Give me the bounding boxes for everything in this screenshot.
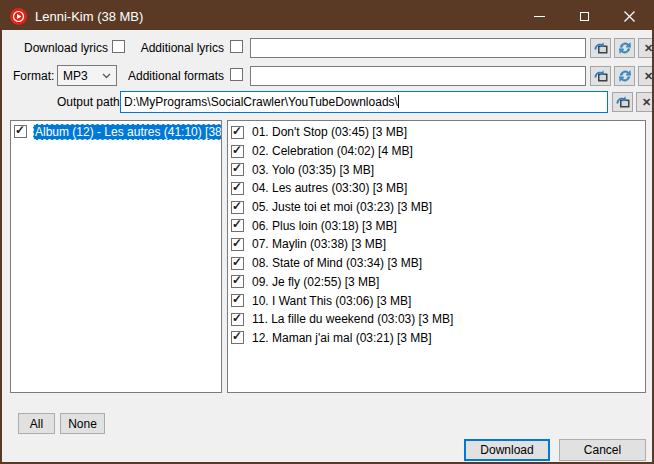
youtube-music-icon — [10, 8, 27, 25]
track-list-item[interactable]: 07. Maylin (03:38) [3 MB] — [228, 235, 645, 254]
track-list-item[interactable]: 04. Les autres (03:30) [3 MB] — [228, 179, 645, 198]
track-label: 05. Juste toi et moi (03:23) [3 MB] — [250, 199, 434, 215]
clear-x-icon: ✕ — [644, 43, 653, 54]
folder-import-icon — [615, 94, 631, 110]
album-list-item[interactable]: Album (12) - Les autres (41:10) [38 MB] — [11, 121, 221, 140]
output-path-value: D:\MyPrograms\SocialCrawler\YouTubeDownl… — [124, 95, 398, 109]
track-list-item[interactable]: 11. La fille du weekend (03:03) [3 MB] — [228, 310, 645, 329]
track-label: 02. Celebration (04:02) [4 MB] — [250, 143, 415, 159]
album-list-panel: Album (12) - Les autres (41:10) [38 MB] — [10, 120, 222, 393]
format-value: MP3 — [63, 69, 88, 83]
window-title: Lenni-Kim (38 MB) — [35, 9, 517, 24]
select-none-button[interactable]: None — [60, 413, 105, 434]
cancel-button[interactable]: Cancel — [559, 439, 646, 461]
track-list-item[interactable]: 08. State of Mind (03:34) [3 MB] — [228, 254, 645, 273]
title-bar: Lenni-Kim (38 MB) — [2, 2, 652, 30]
track-checkbox[interactable] — [231, 313, 244, 326]
album-checkbox[interactable] — [14, 125, 27, 138]
close-button[interactable] — [607, 2, 652, 30]
additional-lyrics-clear-button[interactable]: ✕ — [638, 38, 654, 58]
track-label: 08. State of Mind (03:34) [3 MB] — [250, 255, 424, 271]
download-button[interactable]: Download — [464, 439, 550, 461]
track-label: 11. La fille du weekend (03:03) [3 MB] — [250, 311, 455, 327]
download-lyrics-checkbox[interactable] — [112, 40, 125, 53]
track-checkbox[interactable] — [231, 257, 244, 270]
track-list-item[interactable]: 09. Je fly (02:55) [3 MB] — [228, 273, 645, 292]
track-label: 07. Maylin (03:38) [3 MB] — [250, 236, 388, 252]
additional-formats-clear-button[interactable]: ✕ — [638, 66, 654, 86]
track-checkbox[interactable] — [231, 201, 244, 214]
track-label: 01. Don't Stop (03:45) [3 MB] — [250, 124, 409, 140]
track-label: 03. Yolo (03:35) [3 MB] — [250, 162, 376, 178]
additional-formats-label: Additional formats — [128, 69, 224, 83]
additional-formats-refresh-button[interactable] — [614, 66, 635, 86]
track-label: 06. Plus loin (03:18) [3 MB] — [250, 218, 399, 234]
format-label: Format: — [13, 69, 54, 83]
track-list-item[interactable]: 12. Maman j'ai mal (03:21) [3 MB] — [228, 329, 645, 348]
clear-x-icon: ✕ — [644, 71, 653, 82]
track-checkbox[interactable] — [231, 182, 244, 195]
minimize-button[interactable] — [517, 2, 562, 30]
text-caret — [398, 95, 399, 108]
track-checkbox[interactable] — [231, 331, 244, 344]
clear-x-icon: ✕ — [642, 97, 651, 108]
track-checkbox[interactable] — [231, 238, 244, 251]
folder-import-icon — [593, 40, 609, 56]
track-list-panel: 01. Don't Stop (03:45) [3 MB] 02. Celebr… — [227, 120, 646, 393]
refresh-icon — [617, 40, 633, 56]
track-label: 10. I Want This (03:06) [3 MB] — [250, 293, 413, 309]
track-list-item[interactable]: 01. Don't Stop (03:45) [3 MB] — [228, 123, 645, 142]
additional-lyrics-label: Additional lyrics — [138, 41, 224, 55]
maximize-button[interactable] — [562, 2, 607, 30]
additional-lyrics-input[interactable] — [250, 38, 586, 58]
output-path-browse-button[interactable] — [612, 92, 633, 112]
select-all-button[interactable]: All — [18, 413, 55, 434]
additional-formats-browse-button[interactable] — [590, 66, 611, 86]
track-label: 09. Je fly (02:55) [3 MB] — [250, 274, 381, 290]
track-list-item[interactable]: 03. Yolo (03:35) [3 MB] — [228, 160, 645, 179]
output-path-input[interactable]: D:\MyPrograms\SocialCrawler\YouTubeDownl… — [120, 91, 608, 113]
refresh-icon — [617, 68, 633, 84]
additional-lyrics-refresh-button[interactable] — [614, 38, 635, 58]
maximize-icon — [580, 12, 589, 21]
additional-lyrics-checkbox[interactable] — [230, 40, 243, 53]
track-checkbox[interactable] — [231, 294, 244, 307]
track-checkbox[interactable] — [231, 163, 244, 176]
track-checkbox[interactable] — [231, 126, 244, 139]
track-list-item[interactable]: 02. Celebration (04:02) [4 MB] — [228, 142, 645, 161]
additional-formats-input[interactable] — [250, 66, 586, 86]
track-list-item[interactable]: 10. I Want This (03:06) [3 MB] — [228, 291, 645, 310]
track-list-item[interactable]: 05. Juste toi et moi (03:23) [3 MB] — [228, 198, 645, 217]
output-path-clear-button[interactable]: ✕ — [636, 92, 654, 112]
track-list-item[interactable]: 06. Plus loin (03:18) [3 MB] — [228, 216, 645, 235]
chevron-down-icon — [102, 73, 111, 79]
close-icon — [624, 11, 635, 22]
track-label: 12. Maman j'ai mal (03:21) [3 MB] — [250, 330, 434, 346]
track-label: 04. Les autres (03:30) [3 MB] — [250, 180, 409, 196]
album-label: Album (12) - Les autres (41:10) [38 MB] — [33, 124, 222, 140]
minimize-icon — [534, 16, 545, 17]
track-checkbox[interactable] — [231, 145, 244, 158]
format-select[interactable]: MP3 — [57, 65, 117, 86]
additional-formats-checkbox[interactable] — [230, 68, 243, 81]
folder-import-icon — [593, 68, 609, 84]
download-lyrics-label: Download lyrics — [22, 41, 108, 55]
content-area: Download lyrics Additional lyrics ✕ Form… — [2, 30, 652, 462]
output-path-label: Output path — [57, 95, 120, 109]
app-window: Lenni-Kim (38 MB) Download lyrics Additi… — [0, 0, 654, 464]
track-checkbox[interactable] — [231, 275, 244, 288]
track-checkbox[interactable] — [231, 219, 244, 232]
additional-lyrics-browse-button[interactable] — [590, 38, 611, 58]
